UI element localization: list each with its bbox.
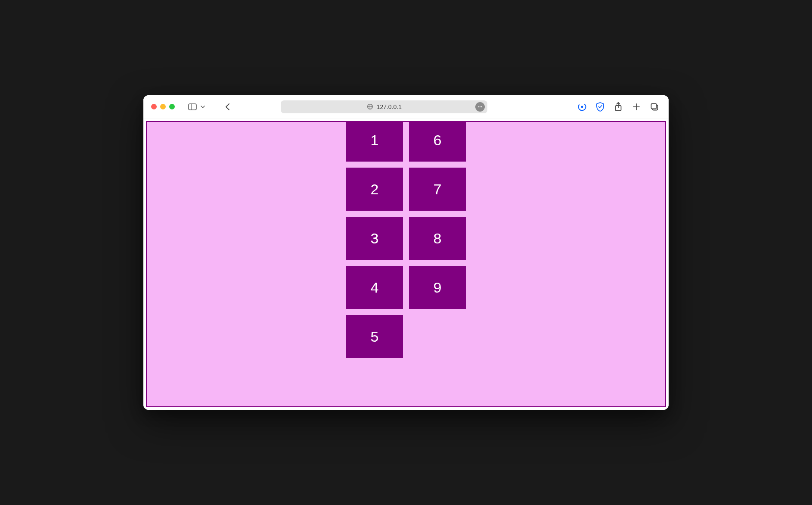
share-button[interactable] (612, 101, 625, 113)
svg-point-6 (480, 106, 480, 107)
back-button[interactable] (221, 101, 234, 113)
tab-overview-button[interactable] (648, 101, 661, 113)
address-bar[interactable]: 127.0.0.1 (281, 100, 487, 113)
privacy-report-button[interactable] (576, 101, 589, 113)
chevron-down-icon (201, 106, 205, 108)
share-icon (614, 102, 622, 112)
sidebar-icon (188, 103, 197, 110)
sidebar-menu-button[interactable] (199, 101, 207, 113)
globe-icon (367, 103, 373, 110)
ellipsis-icon (477, 104, 483, 109)
browser-window: 127.0.0.1 (143, 95, 669, 410)
minimize-window-button[interactable] (160, 104, 166, 109)
adblock-button[interactable] (594, 101, 607, 113)
shield-check-icon (595, 102, 605, 112)
address-text: 127.0.0.1 (377, 103, 402, 110)
tile: 1 (346, 121, 403, 162)
page-body: 1 2 3 4 5 6 7 8 9 (146, 121, 666, 407)
tile: 3 (346, 217, 403, 260)
tile: 6 (409, 121, 466, 162)
plus-icon (632, 103, 641, 111)
new-tab-button[interactable] (630, 101, 643, 113)
svg-point-5 (478, 106, 479, 107)
tile-column-1: 1 2 3 4 5 (346, 121, 403, 358)
tile: 8 (409, 217, 466, 260)
tabs-icon (650, 103, 659, 111)
tile-column-2: 6 7 8 9 (409, 121, 466, 358)
sidebar-toggle-button[interactable] (186, 101, 199, 113)
sidebar-toggle-group (186, 101, 207, 113)
maximize-window-button[interactable] (169, 104, 175, 109)
svg-point-9 (581, 106, 583, 108)
tile: 4 (346, 266, 403, 309)
tile: 7 (409, 168, 466, 211)
tile: 9 (409, 266, 466, 309)
window-controls (151, 104, 175, 109)
chevron-left-icon (225, 103, 231, 111)
svg-rect-0 (189, 104, 196, 110)
reader-mode-button[interactable] (475, 102, 485, 112)
viewport: 1 2 3 4 5 6 7 8 9 (143, 118, 669, 410)
close-window-button[interactable] (151, 104, 157, 109)
titlebar: 127.0.0.1 (143, 95, 669, 118)
svg-rect-12 (651, 103, 656, 109)
privacy-icon (577, 102, 587, 112)
svg-point-7 (481, 106, 482, 107)
tile: 5 (346, 315, 403, 358)
right-toolbar (576, 101, 661, 113)
tile: 2 (346, 168, 403, 211)
tile-grid: 1 2 3 4 5 6 7 8 9 (346, 121, 466, 358)
